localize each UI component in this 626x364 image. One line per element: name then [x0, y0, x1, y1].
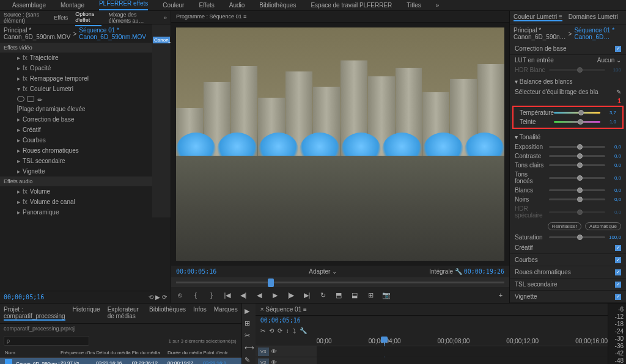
annotation-1: 1 [510, 97, 626, 104]
lum-creatif[interactable]: ▸Créatif [0, 125, 152, 135]
btn-safe2[interactable]: ⬓ [350, 291, 359, 299]
slider-blancs[interactable] [549, 189, 605, 191]
check-icon[interactable]: ✓ [615, 46, 621, 52]
tool-pen[interactable]: ✎ [245, 356, 253, 364]
tab-biblio[interactable]: Bibliothèques [149, 306, 186, 321]
slider-exposition[interactable] [549, 146, 605, 148]
slider-tons-fonces[interactable] [549, 177, 605, 179]
ws-titles[interactable]: Titles [407, 2, 421, 9]
ws-assemblage[interactable]: Assemblage [12, 2, 46, 9]
eyedropper-icon[interactable]: ✎ [616, 89, 621, 95]
tab-historique[interactable]: Historique [73, 306, 100, 321]
btn-mark[interactable]: ⎋ [175, 291, 185, 299]
lum-correction[interactable]: ▸Correction de base [0, 114, 152, 125]
slider-contraste[interactable] [549, 155, 605, 157]
playhead-icon[interactable] [268, 278, 274, 287]
section-correction[interactable]: Correction de base✓ [510, 43, 626, 55]
effect-opacite[interactable]: ▸fxOpacité [0, 63, 152, 73]
btn-in[interactable]: { [191, 291, 201, 299]
tab-lumetri-color[interactable]: Couleur Lumetri ≡ [514, 13, 562, 21]
btn-automatique[interactable]: Automatique [585, 222, 621, 230]
ws-couleur[interactable]: Couleur [163, 2, 184, 9]
btn-step-fwd[interactable]: ▶| [302, 291, 312, 299]
source-timecode[interactable]: 00;00;05;16 [4, 294, 44, 300]
project-search[interactable] [4, 336, 89, 346]
lum-tsl[interactable]: ▸TSL secondaire [0, 156, 152, 166]
timeline-marker[interactable]: Canon_6D_5 [153, 37, 170, 43]
fit-dropdown[interactable]: Adapter [309, 268, 330, 275]
timeline-ruler[interactable]: 00;0000;00;04;0000;00;08;0000;00;12;0000… [256, 337, 608, 346]
tab-marques[interactable]: Marques [214, 306, 238, 321]
btn-rewind[interactable]: ◀ [254, 291, 264, 299]
btn-add[interactable]: + [496, 291, 506, 299]
track-v2[interactable]: V2👁 [256, 357, 317, 364]
tab-overflow[interactable]: » [164, 13, 167, 23]
btn-step-back[interactable]: ◀| [238, 291, 248, 299]
effect-volume-canal[interactable]: ▸fxVolume de canal [0, 197, 152, 207]
integrale-dropdown[interactable]: Intégrale [429, 268, 453, 275]
tab-projet[interactable]: Projet : comparatif_processing [4, 306, 65, 321]
tab-effets[interactable]: Effets [54, 13, 68, 23]
slider-saturation[interactable] [549, 236, 605, 238]
tool-track[interactable]: ⊞ [245, 319, 253, 328]
lum-roues[interactable]: ▸Roues chromatiques [0, 145, 152, 156]
section-roues[interactable]: Roues chromatiques✓ [510, 266, 626, 278]
btn-forward[interactable]: |▶ [286, 291, 296, 299]
btn-goto-in[interactable]: |◀ [223, 291, 232, 299]
ws-espace[interactable]: Espace de travail PLFERRER [311, 2, 392, 9]
tab-explorateur[interactable]: Explorateur de médias [108, 306, 142, 321]
audio-effects-header: Effets audio [0, 177, 152, 186]
tool-select[interactable]: ▶ [245, 307, 253, 316]
lum-courbes[interactable]: ▸Courbes [0, 135, 152, 145]
transport-bar: ⎋ { } |◀ ◀| ◀ ▶ |▶ ▶| ↻ ⬒ ⬓ ⊞ 📷 + [171, 287, 509, 303]
effect-trajectoire[interactable]: ▸fxTrajectoire [0, 53, 152, 63]
ws-effets[interactable]: Effets [199, 2, 214, 9]
timeline-options[interactable]: ✂⟲⟳↕⤵🔧 [256, 325, 608, 337]
section-vignette[interactable]: Vignette✓ [510, 291, 626, 303]
slider-tons-clairs[interactable] [549, 164, 605, 166]
btn-safe1[interactable]: ⬒ [334, 291, 344, 299]
section-courbes[interactable]: Courbes✓ [510, 254, 626, 266]
effect-remappage[interactable]: ▸fxRemappage temporel [0, 73, 152, 84]
ws-overflow[interactable]: » [436, 2, 440, 9]
effect-lumetri[interactable]: ▾fxCouleur Lumetri [0, 84, 152, 94]
tab-source[interactable]: Source : (sans élément) [4, 11, 46, 26]
mask-shapes[interactable]: ✎ [17, 94, 152, 104]
effect-panoramique[interactable]: ▸Panoramique [0, 207, 152, 217]
plage-dynamique[interactable]: Plage dynamique élevée [0, 104, 152, 114]
timeline-tab[interactable]: × Séquence 01 ≡ [260, 306, 307, 313]
ws-audio[interactable]: Audio [229, 2, 245, 9]
lum-vignette[interactable]: ▸Vignette [0, 166, 152, 177]
section-creatif[interactable]: Créatif✓ [510, 242, 626, 254]
program-tc-left[interactable]: 00;00;05;16 [176, 268, 216, 275]
btn-out[interactable]: } [207, 291, 216, 299]
btn-export-frame[interactable]: 📷 [381, 291, 391, 299]
slider-temperature[interactable] [554, 112, 600, 114]
project-row[interactable]: Canon_6D_590nm.MOV29,97 i/s03;29;16;1603… [0, 358, 241, 364]
program-monitor[interactable] [171, 23, 509, 266]
program-tc-right: 00;00;19;26 [464, 268, 504, 275]
lut-dropdown[interactable]: Aucun ⌄ [597, 57, 621, 64]
ws-biblio[interactable]: Bibliothèques [259, 2, 296, 9]
effect-volume[interactable]: ▸fxVolume [0, 186, 152, 197]
ws-montage[interactable]: Montage [61, 2, 84, 9]
tool-razor[interactable]: ✂ [245, 332, 253, 340]
ws-plferrer-effets[interactable]: PLFERRER effets [99, 0, 148, 10]
source-controls[interactable]: ⟲ ▶ ⟳ [149, 294, 167, 300]
btn-play[interactable]: ▶ [270, 291, 280, 299]
slider-noirs[interactable] [549, 198, 605, 200]
btn-reinitialiser[interactable]: Réinitialiser [548, 222, 581, 230]
btn-compare[interactable]: ⊞ [366, 291, 375, 299]
tab-mixage[interactable]: Mixage des éléments au… [109, 11, 156, 26]
tab-options-effet[interactable]: Options d'effet [75, 11, 101, 26]
timeline-timecode[interactable]: 00;00;05;16 [260, 317, 301, 324]
btn-loop[interactable]: ↻ [318, 291, 328, 299]
tab-lumetri-scopes[interactable]: Domaines Lumetri [569, 13, 618, 21]
track-v3[interactable]: V3👁 [256, 346, 317, 357]
section-tsl[interactable]: TSL secondaire✓ [510, 278, 626, 291]
tab-infos[interactable]: Infos [193, 306, 207, 321]
video-effects-header: Effets vidéo [0, 43, 152, 53]
tool-slip[interactable]: ⟷ [245, 344, 253, 352]
program-scrubber[interactable] [171, 277, 509, 287]
slider-teinte[interactable] [554, 121, 600, 123]
